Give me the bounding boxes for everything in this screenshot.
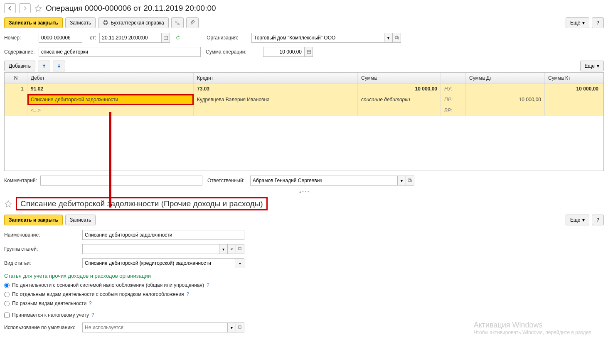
name-input[interactable] <box>82 230 244 240</box>
attachment-button[interactable] <box>186 17 199 28</box>
cell-kredit-desc: Кудрявцева Валерия Ивановна <box>194 94 358 105</box>
group-clear-icon[interactable]: × <box>228 244 236 254</box>
type-dropdown-icon[interactable]: ▾ <box>236 258 244 268</box>
th-sumkt[interactable]: Сумма Кт <box>545 73 603 83</box>
th-sumdt[interactable]: Сумма Дт <box>466 73 545 83</box>
favorite-star-icon-2[interactable] <box>4 200 12 208</box>
date-input[interactable] <box>99 33 162 43</box>
cell-tag-vr: ВР: <box>441 105 466 116</box>
svg-text:Дт: Дт <box>175 20 178 23</box>
cell-tag-nu: НУ: <box>441 83 466 94</box>
save-button[interactable]: Записать <box>65 17 96 28</box>
save-button-2[interactable]: Записать <box>65 215 96 225</box>
radio-special-activity[interactable] <box>4 292 10 297</box>
entries-table: N Дебет Кредит Сумма Сумма Дт Сумма Кт 1… <box>4 72 604 171</box>
cell-summa-desc: списание дебиторки <box>358 94 441 105</box>
chevron-down-icon: ▾ <box>582 20 585 26</box>
refresh-icon[interactable] <box>173 33 182 43</box>
svg-rect-8 <box>307 50 310 54</box>
group-dropdown-icon[interactable]: ▾ <box>219 244 228 254</box>
th-summa[interactable]: Сумма <box>358 73 441 83</box>
comment-label: Комментарий: <box>4 178 37 183</box>
table-row[interactable]: <...> ВР: <box>5 105 603 116</box>
more-button[interactable]: Еще ▾ <box>566 17 589 28</box>
nav-back-button[interactable] <box>4 3 16 13</box>
from-label: от: <box>90 35 96 41</box>
calendar-icon[interactable] <box>162 33 170 43</box>
favorite-star-icon[interactable] <box>34 4 42 12</box>
responsible-input[interactable] <box>250 176 398 186</box>
default-use-input[interactable] <box>82 322 228 332</box>
content-label: Содержание: <box>4 49 35 55</box>
org-open-icon[interactable] <box>393 33 401 43</box>
help-button[interactable]: ? <box>592 17 604 28</box>
responsible-dropdown-icon[interactable]: ▾ <box>398 176 406 186</box>
radio-various-label: По разным видам деятельности <box>12 300 86 306</box>
table-row[interactable]: Списание дебиторской задолжнности Кудряв… <box>5 94 603 105</box>
table-more-button[interactable]: Еще ▾ <box>580 61 604 71</box>
save-close-button[interactable]: Записать и закрыть <box>4 17 63 28</box>
responsible-label: Ответственный: <box>207 178 247 183</box>
move-up-button[interactable] <box>38 61 50 71</box>
cell-sumdt: 10 000,00 <box>466 94 545 105</box>
sum-input[interactable] <box>263 47 305 57</box>
svg-rect-7 <box>395 36 398 39</box>
table-row[interactable]: 1 91.02 73.03 10 000,00 НУ: 10 000,00 <box>5 83 603 94</box>
group-open-icon[interactable] <box>236 244 244 254</box>
more-button-2[interactable]: Еще ▾ <box>566 215 589 225</box>
group-label: Группа статей: <box>4 246 79 252</box>
number-input[interactable] <box>39 33 82 43</box>
tax-checkbox[interactable] <box>4 313 10 318</box>
default-dropdown-icon[interactable]: ▾ <box>228 322 236 332</box>
th-kredit[interactable]: Кредит <box>194 73 358 83</box>
comment-input[interactable] <box>40 176 202 186</box>
default-open-icon[interactable] <box>236 322 244 332</box>
svg-text:Кт: Кт <box>177 23 180 25</box>
help-button-2[interactable]: ? <box>592 215 604 225</box>
accounting-ref-button[interactable]: Бухгалтерская справка <box>98 17 169 28</box>
cell-kredit-acc: 73.03 <box>194 83 358 94</box>
section-heading: Статья для учета прочих доходов и расход… <box>4 273 604 279</box>
radio-various-activity[interactable] <box>4 301 10 306</box>
org-dropdown-icon[interactable]: ▾ <box>384 33 393 43</box>
cell-tag-pr: ПР: <box>441 94 466 105</box>
help-icon[interactable]: ? <box>89 300 92 306</box>
svg-rect-11 <box>239 247 241 250</box>
content-input[interactable] <box>39 47 201 57</box>
default-use-label: Использование по умолчанию: <box>4 325 79 330</box>
help-icon[interactable]: ? <box>91 312 94 318</box>
cell-n: 1 <box>5 83 27 94</box>
cell-debet-acc: 91.02 <box>27 83 194 94</box>
th-debet[interactable]: Дебет <box>27 73 194 83</box>
number-label: Номер: <box>4 35 35 41</box>
help-icon[interactable]: ? <box>187 291 190 297</box>
chevron-down-icon: ▾ <box>597 63 599 69</box>
annotation-line <box>109 112 111 208</box>
accounting-ref-label: Бухгалтерская справка <box>111 20 164 26</box>
org-input[interactable] <box>251 33 384 43</box>
svg-rect-5 <box>164 36 167 39</box>
org-label: Организация: <box>207 35 248 41</box>
chevron-down-icon: ▾ <box>582 217 585 223</box>
responsible-open-icon[interactable] <box>406 176 414 186</box>
cell-sumkt: 10 000,00 <box>545 83 603 94</box>
nav-forward-button[interactable] <box>19 3 31 13</box>
th-n[interactable]: N <box>5 73 27 83</box>
group-input[interactable] <box>82 244 219 254</box>
type-input[interactable] <box>82 258 236 268</box>
page-title: Операция 0000-000006 от 20.11.2019 20:00… <box>46 4 216 13</box>
cell-debet-desc: Списание дебиторской задолжнности <box>27 94 194 105</box>
move-down-button[interactable] <box>53 61 65 71</box>
dt-kt-button[interactable]: ДтКт <box>171 17 184 28</box>
help-icon[interactable]: ? <box>207 282 209 288</box>
calculator-icon[interactable] <box>305 47 313 57</box>
save-close-button-2[interactable]: Записать и закрыть <box>4 215 63 225</box>
radio-special-label: По отдельным видам деятельности с особым… <box>12 291 184 297</box>
cell-summa: 10 000,00 <box>358 83 441 94</box>
radio-main-activity[interactable] <box>4 283 10 288</box>
type-label: Вид статьи: <box>4 260 79 266</box>
add-button[interactable]: Добавить <box>4 61 35 71</box>
collapse-icon[interactable]: ▴ ▪ ▪ ▪ <box>299 189 309 194</box>
th-blank <box>441 73 466 83</box>
printer-icon <box>103 20 108 27</box>
